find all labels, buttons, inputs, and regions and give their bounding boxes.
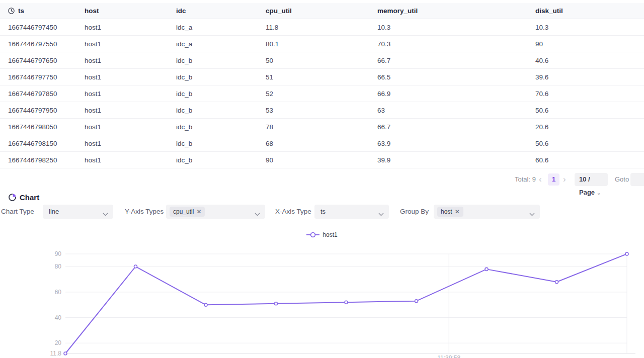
y-axis-tick-label: 90 <box>55 250 62 257</box>
chart-type-select[interactable]: line <box>43 205 113 219</box>
remove-tag-icon[interactable]: ✕ <box>455 208 460 215</box>
cell-host: host1 <box>85 107 176 114</box>
chevron-down-icon <box>103 209 108 218</box>
chevron-down-icon: ⌄ <box>597 190 601 196</box>
cell-host: host1 <box>85 156 176 164</box>
column-header-idc: idc <box>176 7 266 15</box>
pagination-current-page[interactable]: 1 <box>548 173 559 186</box>
y-axis-tick-label: 20 <box>55 339 62 346</box>
data-point <box>415 300 418 303</box>
data-point <box>204 303 207 306</box>
cell-disk_util: 50.6 <box>535 107 644 114</box>
y-axis-tag-cpu-util: cpu_util✕ <box>170 207 205 217</box>
cell-host: host1 <box>85 90 176 98</box>
goto-label: Goto <box>615 173 629 186</box>
cell-ts: 1667446798050 <box>8 123 85 131</box>
data-point <box>625 252 628 255</box>
table-row: 1667446798050host1idc_b7866.720.6 <box>0 119 644 135</box>
table-row: 1667446797850host1idc_b5266.970.6 <box>0 85 644 102</box>
table-row: 1667446797450host1idc_a11.810.310.3 <box>0 19 644 36</box>
cell-disk_util: 10.3 <box>535 24 644 31</box>
legend-marker-icon <box>306 232 319 238</box>
table-row: 1667446797650host1idc_b5066.740.6 <box>0 52 644 69</box>
remove-tag-icon[interactable]: ✕ <box>196 208 201 215</box>
cell-memory_util: 66.5 <box>377 73 535 81</box>
cell-cpu_util: 78 <box>266 123 377 131</box>
cell-idc: idc_b <box>176 57 266 64</box>
data-point <box>275 302 278 305</box>
cell-ts: 1667446798250 <box>8 156 85 164</box>
column-header-memory_util: memory_util <box>377 7 535 15</box>
cell-host: host1 <box>85 40 176 48</box>
table-header-row: tshostidccpu_utilmemory_utildisk_util <box>0 3 644 19</box>
chevron-down-icon <box>378 209 384 218</box>
data-point <box>345 301 348 304</box>
y-axis-types-select[interactable]: cpu_util✕ <box>166 205 265 219</box>
chart-type-label: Chart Type <box>1 205 34 219</box>
table-row: 1667446797550host1idc_a80.170.390 <box>0 36 644 52</box>
cell-ts: 1667446797850 <box>8 90 85 98</box>
cell-disk_util: 60.6 <box>535 156 644 164</box>
legend-label: host1 <box>323 231 337 238</box>
cell-host: host1 <box>85 57 176 64</box>
table-row: 1667446797950host1idc_b536350.6 <box>0 102 644 119</box>
cell-disk_util: 39.6 <box>535 73 644 81</box>
table-row: 1667446797750host1idc_b5166.539.6 <box>0 69 644 85</box>
data-point <box>485 267 488 271</box>
cell-memory_util: 63.9 <box>377 140 535 147</box>
line-chart[interactable]: 11.8204060809011:39:58 <box>0 246 644 358</box>
y-axis-tick-label: 11.8 <box>50 350 62 357</box>
cell-idc: idc_b <box>176 123 266 131</box>
cell-host: host1 <box>85 140 176 147</box>
cell-cpu_util: 51 <box>266 73 377 81</box>
chevron-down-icon <box>255 209 260 218</box>
y-axis-types-label: Y-Axis Types <box>125 205 164 219</box>
cell-disk_util: 90 <box>535 40 644 48</box>
group-by-tag-host: host✕ <box>437 207 463 217</box>
group-by-select[interactable]: host✕ <box>434 205 540 219</box>
page-size-select[interactable]: 10 / Page⌄ <box>575 173 608 186</box>
cell-disk_util: 70.6 <box>535 90 644 98</box>
cell-cpu_util: 50 <box>266 57 377 64</box>
cell-memory_util: 63 <box>377 107 535 114</box>
data-point <box>134 265 137 268</box>
cell-host: host1 <box>85 73 176 81</box>
metrics-table: tshostidccpu_utilmemory_utildisk_util 16… <box>0 3 644 168</box>
group-by-label: Group By <box>400 205 429 219</box>
cell-cpu_util: 68 <box>266 140 377 147</box>
data-point <box>64 352 67 355</box>
cell-idc: idc_a <box>176 40 266 48</box>
cell-idc: idc_b <box>176 73 266 81</box>
chevron-left-icon[interactable]: ‹ <box>539 173 542 186</box>
cell-memory_util: 66.9 <box>377 90 535 98</box>
cell-host: host1 <box>85 24 176 31</box>
table-row: 1667446798150host1idc_b6863.950.6 <box>0 135 644 152</box>
y-axis-tick-label: 60 <box>55 289 62 296</box>
cell-memory_util: 39.9 <box>377 156 535 164</box>
table-body: 1667446797450host1idc_a11.810.310.316674… <box>0 19 644 168</box>
column-header-host: host <box>85 7 176 15</box>
chart-controls: Chart Type line Y-Axis Types cpu_util✕ X… <box>0 205 644 219</box>
cell-idc: idc_b <box>176 107 266 114</box>
data-point <box>555 281 558 284</box>
chevron-right-icon[interactable]: › <box>563 173 566 186</box>
cell-memory_util: 66.7 <box>377 57 535 64</box>
x-axis-type-select[interactable]: ts <box>314 205 389 219</box>
chart-section-title: Chart <box>9 193 39 202</box>
cell-idc: idc_b <box>176 90 266 98</box>
cell-ts: 1667446797750 <box>8 73 85 81</box>
cell-disk_util: 40.6 <box>535 57 644 64</box>
pagination-total: Total: 9 <box>515 173 536 186</box>
goto-page-input[interactable] <box>630 173 644 186</box>
chart-canvas[interactable]: 11.8204060809011:39:58 <box>0 246 644 358</box>
column-header-cpu_util: cpu_util <box>266 7 377 15</box>
legend-item-host1[interactable]: host1 <box>0 230 644 239</box>
cell-cpu_util: 11.8 <box>266 24 377 31</box>
cell-disk_util: 50.6 <box>535 140 644 147</box>
chevron-down-icon <box>529 209 535 218</box>
cell-ts: 1667446797550 <box>8 40 85 48</box>
cell-memory_util: 70.3 <box>377 40 535 48</box>
cell-disk_util: 20.6 <box>535 123 644 131</box>
cell-idc: idc_a <box>176 24 266 31</box>
x-axis-type-label: X-Axis Type <box>275 205 311 219</box>
